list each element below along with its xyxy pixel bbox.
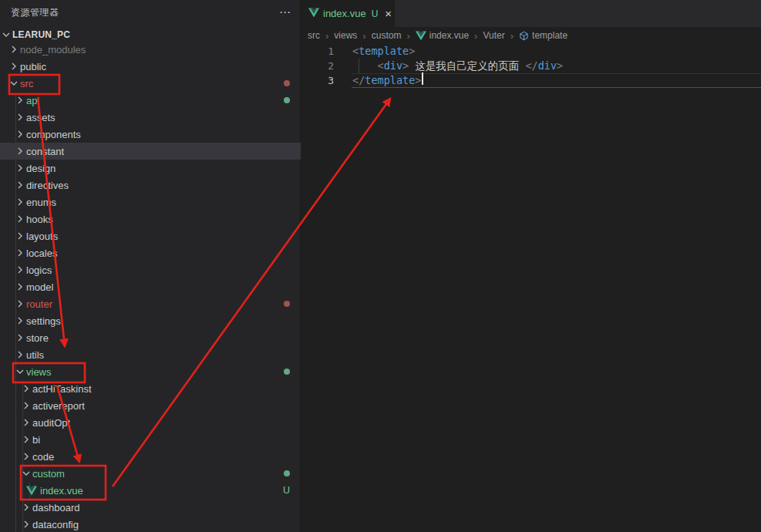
breadcrumb-separator-icon: ›	[406, 30, 409, 42]
breadcrumb-item-views[interactable]: views	[334, 30, 357, 41]
breadcrumb-item-vuter[interactable]: Vuter	[483, 30, 504, 41]
vue-icon	[308, 7, 319, 21]
code-line-1[interactable]: 1<template>	[301, 44, 761, 59]
chevron-right-icon	[20, 416, 32, 429]
tree-item-label: api	[26, 95, 39, 106]
tree-item-store[interactable]: store	[0, 329, 301, 346]
tree-item-hooks[interactable]: hooks	[0, 210, 301, 227]
chevron-right-icon	[14, 145, 26, 157]
tab-index-vue[interactable]: index.vue U ×	[301, 0, 395, 27]
tree-item-layouts[interactable]: layouts	[0, 227, 301, 244]
tree-item-assets[interactable]: assets	[0, 109, 301, 126]
tree-item-label: enums	[26, 197, 56, 208]
tree-item-label: bi	[32, 434, 40, 446]
breadcrumb-item-src[interactable]: src	[308, 30, 320, 41]
tree-item-views[interactable]: views	[0, 363, 301, 380]
tree-item-node-modules[interactable]: node_modules	[0, 41, 301, 58]
tree-item-logics[interactable]: logics	[0, 261, 301, 278]
code-text: <div> 这是我自己定义的页面 </div>	[352, 59, 563, 73]
tab-bar: index.vue U ×	[301, 0, 761, 27]
breadcrumb-label: index.vue	[429, 30, 469, 41]
code-line-2[interactable]: 2 <div> 这是我自己定义的页面 </div>	[301, 59, 761, 73]
tab-git-status-badge: U	[372, 8, 379, 19]
tree-item-label: index.vue	[40, 485, 83, 497]
tree-item-label: logics	[26, 264, 52, 276]
breadcrumb: src›views›custom›index.vue›Vuter›templat…	[301, 27, 761, 44]
tree-item-acthitaskinst[interactable]: actHiTaskinst	[0, 380, 301, 397]
tree-item-auditopt[interactable]: auditOpt	[0, 414, 301, 431]
explorer-title: 资源管理器	[11, 6, 279, 19]
breadcrumb-label: custom	[372, 30, 402, 41]
tree-item-locales[interactable]: locales	[0, 244, 301, 261]
explorer-sidebar: 资源管理器 ⋯ LEARUN_PC node_modulespublicsrca…	[0, 0, 301, 532]
tree-item-model[interactable]: model	[0, 278, 301, 295]
chevron-right-icon	[14, 213, 26, 225]
tree-item-api[interactable]: api	[0, 92, 301, 109]
tree-item-design[interactable]: design	[0, 160, 301, 177]
project-name: LEARUN_PC	[12, 29, 70, 40]
tree-item-label: custom	[32, 468, 65, 480]
tree-item-label: activereport	[32, 400, 85, 412]
breadcrumb-item-index-vue[interactable]: index.vue	[416, 30, 469, 41]
more-actions-icon[interactable]: ⋯	[279, 8, 291, 16]
chevron-right-icon	[8, 43, 20, 56]
tree-item-code[interactable]: code	[0, 448, 301, 465]
breadcrumb-label: views	[334, 30, 357, 41]
line-number: 1	[301, 44, 352, 59]
tree-item-label: directives	[26, 180, 69, 191]
tree-item-src[interactable]: src	[0, 75, 301, 92]
tree-item-label: actHiTaskinst	[32, 383, 92, 395]
chevron-right-icon	[14, 162, 26, 174]
breadcrumb-label: src	[308, 30, 320, 41]
tree-item-bi[interactable]: bi	[0, 431, 301, 448]
git-untracked-badge: U	[283, 485, 290, 496]
tree-item-label: model	[26, 281, 53, 293]
code-text: <template>	[352, 44, 415, 59]
git-added-dot-badge	[284, 369, 290, 375]
tree-item-activereport[interactable]: activereport	[0, 397, 301, 414]
tree-item-label: locales	[26, 247, 57, 259]
code-line-3[interactable]: 3</template>	[301, 73, 761, 88]
tree-item-router[interactable]: router	[0, 295, 301, 312]
tree-item-utils[interactable]: utils	[0, 346, 301, 363]
breadcrumb-separator-icon: ›	[362, 30, 365, 42]
tree-item-custom[interactable]: custom	[0, 465, 301, 482]
breadcrumb-label: Vuter	[483, 30, 504, 41]
chevron-right-icon	[14, 196, 26, 208]
breadcrumb-item-custom[interactable]: custom	[372, 30, 402, 41]
line-number: 2	[301, 59, 352, 73]
tree-item-dataconfig[interactable]: dataconfig	[0, 516, 301, 532]
tree-item-label: node_modules	[20, 44, 86, 56]
tree-item-directives[interactable]: directives	[0, 177, 301, 194]
symbol-cube-icon	[519, 31, 529, 41]
tree-item-dashboard[interactable]: dashboard	[0, 499, 301, 516]
chevron-right-icon	[14, 230, 26, 242]
vscode-window: 资源管理器 ⋯ LEARUN_PC node_modulespublicsrca…	[0, 0, 761, 532]
tree-item-label: design	[26, 163, 56, 174]
breadcrumb-item-template[interactable]: template	[519, 30, 567, 41]
tree-item-settings[interactable]: settings	[0, 312, 301, 329]
chevron-right-icon	[20, 501, 32, 513]
code-editor[interactable]: 1<template>2 <div> 这是我自己定义的页面 </div>3</t…	[301, 44, 761, 88]
chevron-down-icon	[20, 467, 32, 480]
tree-item-components[interactable]: components	[0, 126, 301, 143]
tree-item-label: settings	[26, 315, 61, 327]
chevron-down-icon	[14, 365, 26, 378]
tree-item-public[interactable]: public	[0, 58, 301, 75]
chevron-right-icon	[14, 281, 26, 293]
chevron-right-icon	[14, 332, 26, 344]
tree-item-label: components	[26, 129, 81, 140]
tree-item-label: constant	[26, 146, 64, 157]
chevron-right-icon	[14, 315, 26, 327]
chevron-right-icon	[14, 298, 26, 310]
chevron-right-icon	[8, 60, 20, 72]
tree-item-enums[interactable]: enums	[0, 194, 301, 210]
tree-item-label: code	[32, 451, 54, 463]
tree-item-label: utils	[26, 349, 44, 361]
tree-item-label: hooks	[26, 214, 53, 225]
close-icon[interactable]: ×	[385, 9, 392, 19]
tree-item-index-vue[interactable]: index.vueU	[0, 482, 301, 499]
chevron-right-icon	[14, 247, 26, 259]
tree-item-constant[interactable]: constant	[0, 143, 301, 160]
tab-label: index.vue	[323, 8, 366, 19]
